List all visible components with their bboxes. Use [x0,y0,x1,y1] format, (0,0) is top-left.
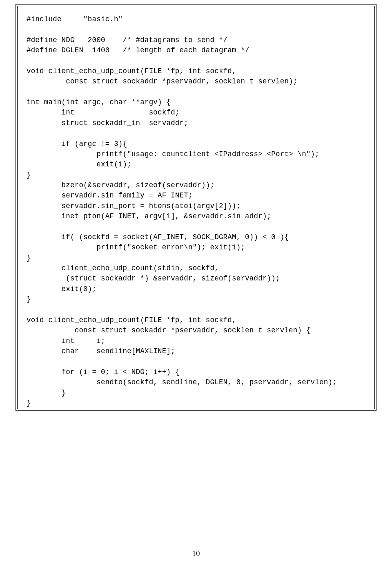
code-outer-frame: #include "basic.h" #define NDG 2000 /* #… [16,4,376,411]
code-block: #include "basic.h" #define NDG 2000 /* #… [17,6,375,409]
page-number: 10 [0,549,392,558]
